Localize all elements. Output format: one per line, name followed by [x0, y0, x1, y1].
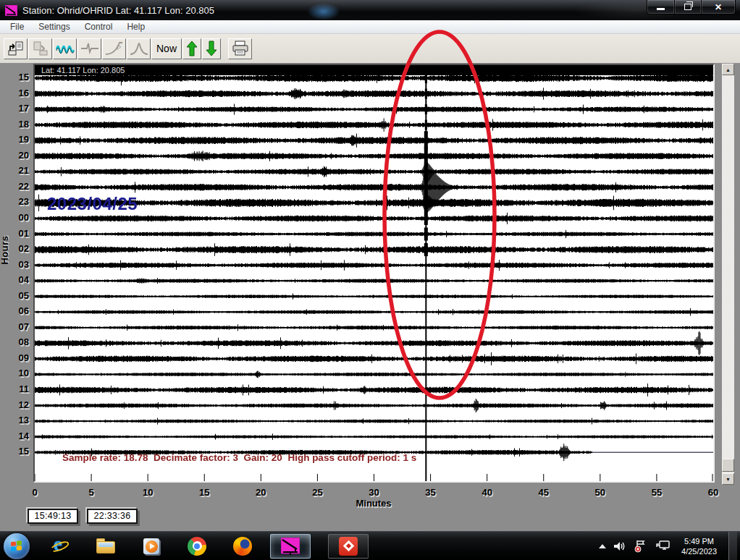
close-button[interactable]: ✕ — [702, 0, 736, 14]
action-center-flag-icon[interactable] — [634, 540, 648, 553]
now-button[interactable]: Now — [151, 38, 182, 59]
waveform-icon — [56, 41, 75, 56]
scrollbar-thumb[interactable] — [722, 459, 734, 472]
internet-explorer-icon[interactable]: e — [50, 536, 70, 556]
chrome-icon[interactable] — [187, 536, 207, 556]
open-report-icon — [8, 41, 24, 56]
current-time-display: 15:49:13 — [28, 509, 78, 524]
hour-label: 05 — [0, 290, 29, 301]
app-icon — [5, 5, 17, 16]
minimize-button[interactable] — [647, 0, 675, 14]
hour-label: 11 — [0, 383, 29, 394]
waveform-display-button[interactable] — [53, 38, 77, 59]
hour-label: 03 — [0, 259, 29, 270]
system-tray: 5:49 PM 4/25/2023 — [599, 532, 740, 560]
minute-tick-label: 10 — [143, 487, 153, 498]
hour-label: 12 — [0, 399, 29, 410]
trace-canvas[interactable] — [35, 75, 713, 481]
minute-tick-label: 35 — [425, 487, 435, 498]
minute-tick-label: 40 — [482, 487, 492, 498]
print-button[interactable] — [228, 38, 252, 59]
hour-label: 10 — [0, 368, 29, 378]
scroll-down-button[interactable] — [202, 38, 221, 59]
open-report-button[interactable] — [4, 38, 28, 59]
minute-tick-label: 30 — [369, 487, 379, 498]
hour-label: 16 — [0, 88, 29, 98]
toolbar: P Now — [0, 34, 740, 64]
hour-label: 00 — [0, 212, 29, 223]
seismograph-app-button[interactable] — [270, 534, 311, 559]
red-diamond-app-button[interactable] — [328, 534, 369, 559]
red-diamond-app-icon — [339, 537, 358, 556]
minute-tick-label: 60 — [708, 487, 718, 498]
volume-icon[interactable] — [613, 540, 626, 552]
helicorder-plot: Lat: 41.117 Lon: 20.805 2023/04/25 Sampl… — [33, 64, 715, 483]
menu-settings[interactable]: Settings — [31, 20, 77, 33]
acquisition-info-line: Sample rate: 18.78 Decimate factor: 3 Ga… — [62, 452, 416, 463]
date-annotation: 2023/04/25 — [47, 194, 138, 214]
hour-label: 18 — [0, 119, 29, 130]
windows-explorer-icon[interactable] — [96, 536, 116, 556]
menu-file[interactable]: File — [3, 20, 31, 33]
window-title: Station: Ohrid/OHRID Lat: 41.117 Lon: 20… — [22, 5, 214, 16]
menu-bar: File Settings Control Help — [0, 20, 740, 34]
plot-scrollbar[interactable]: ▲ ▼ — [722, 64, 734, 485]
hour-label: 20 — [0, 150, 29, 161]
up-arrow-icon — [186, 41, 198, 56]
hour-label: 01 — [0, 228, 29, 239]
hour-label: 13 — [0, 415, 29, 425]
trace-pick-button[interactable] — [77, 38, 101, 59]
scrollbar-up-button[interactable]: ▲ — [722, 64, 734, 75]
svg-text:P: P — [117, 44, 121, 51]
clock-date: 4/25/2023 — [681, 546, 717, 556]
hour-label: 08 — [0, 336, 29, 347]
highpass-filter-button[interactable]: P — [102, 38, 126, 59]
minute-tick-label: 55 — [652, 487, 662, 498]
minute-tick-label: 50 — [595, 487, 605, 498]
hour-label: 17 — [0, 103, 29, 114]
media-player-icon[interactable] — [141, 536, 161, 556]
hour-label: 19 — [0, 134, 29, 145]
export-button[interactable] — [28, 38, 52, 59]
down-arrow-icon — [206, 41, 217, 56]
hour-label: 21 — [0, 165, 29, 176]
start-button[interactable] — [4, 533, 30, 559]
trace-pick-icon — [80, 41, 99, 56]
hour-label: 22 — [0, 181, 29, 192]
network-icon[interactable] — [655, 540, 670, 552]
scroll-up-button[interactable] — [182, 38, 201, 59]
highpass-filter-icon: P — [105, 41, 124, 56]
hour-label: 07 — [0, 321, 29, 332]
titlebar-glow — [307, 3, 340, 20]
clock-time: 5:49 PM — [681, 536, 717, 546]
show-desktop-button[interactable] — [728, 532, 737, 560]
menu-help[interactable]: Help — [119, 20, 152, 33]
minute-tick-label: 20 — [256, 487, 266, 498]
plot-coordinates-label: Lat: 41.117 Lon: 20.805 — [35, 65, 713, 75]
minute-tick-label: 15 — [199, 487, 209, 498]
x-axis-title: Minutes — [356, 498, 391, 509]
export-icon — [33, 41, 49, 56]
hour-label: 06 — [0, 305, 29, 316]
windows-flag-icon — [11, 540, 22, 551]
hour-label: 09 — [0, 352, 29, 363]
minute-tick-label: 45 — [539, 487, 549, 498]
hidden-icons-arrow[interactable] — [599, 544, 606, 548]
minute-tick-label: 25 — [312, 487, 322, 498]
seismograph-app-icon — [281, 538, 300, 555]
hour-label: 15 — [0, 72, 29, 82]
hour-label: 23 — [0, 196, 29, 207]
taskbar-clock[interactable]: 5:49 PM 4/25/2023 — [677, 536, 721, 556]
restore-button[interactable] — [675, 0, 702, 14]
firefox-icon[interactable] — [232, 536, 253, 556]
hour-label: 14 — [0, 430, 29, 441]
minute-tick-label: 0 — [32, 487, 37, 498]
bell-curve-icon — [130, 41, 148, 56]
printer-icon — [232, 41, 249, 56]
taskbar: e — [0, 531, 740, 560]
bell-curve-button[interactable] — [127, 38, 151, 59]
menu-control[interactable]: Control — [77, 20, 120, 33]
scrollbar-down-button[interactable]: ▼ — [722, 473, 734, 485]
title-bar: Station: Ohrid/OHRID Lat: 41.117 Lon: 20… — [0, 0, 740, 20]
hour-label: 15 — [0, 446, 29, 457]
